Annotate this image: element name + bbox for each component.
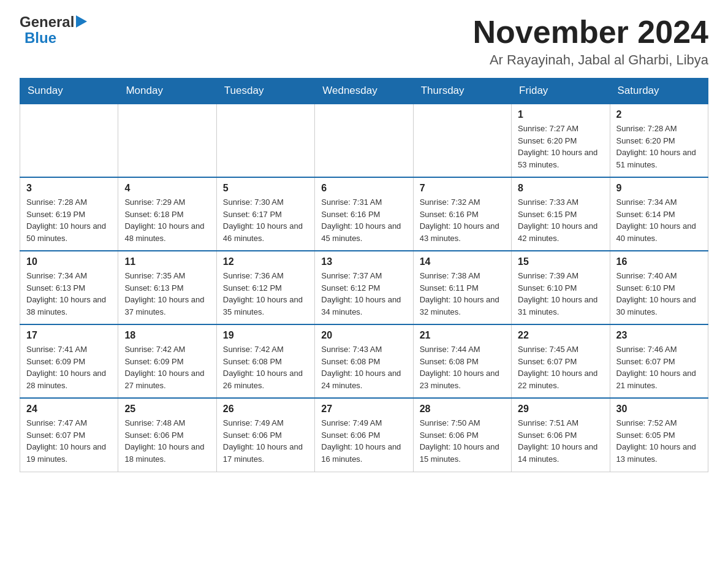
day-number: 26	[223, 404, 308, 415]
calendar-cell: 17Sunrise: 7:41 AMSunset: 6:09 PMDayligh…	[20, 324, 118, 398]
calendar-cell: 27Sunrise: 7:49 AMSunset: 6:06 PMDayligh…	[315, 398, 413, 472]
calendar-table: SundayMondayTuesdayWednesdayThursdayFrid…	[20, 78, 708, 472]
day-number: 5	[223, 183, 308, 194]
day-number: 15	[518, 256, 603, 267]
day-info: Sunrise: 7:42 AMSunset: 6:08 PMDaylight:…	[223, 343, 308, 391]
calendar-cell: 11Sunrise: 7:35 AMSunset: 6:13 PMDayligh…	[118, 251, 216, 324]
day-info: Sunrise: 7:48 AMSunset: 6:06 PMDaylight:…	[124, 417, 210, 465]
title-area: November 2024 Ar Rayayinah, Jabal al Gha…	[473, 15, 708, 68]
day-info: Sunrise: 7:36 AMSunset: 6:12 PMDaylight:…	[223, 270, 308, 318]
day-number: 10	[26, 256, 112, 267]
calendar-cell: 8Sunrise: 7:33 AMSunset: 6:15 PMDaylight…	[512, 177, 610, 251]
week-row-5: 24Sunrise: 7:47 AMSunset: 6:07 PMDayligh…	[20, 398, 708, 472]
week-row-2: 3Sunrise: 7:28 AMSunset: 6:19 PMDaylight…	[20, 177, 708, 251]
calendar-cell: 6Sunrise: 7:31 AMSunset: 6:16 PMDaylight…	[315, 177, 413, 251]
day-number: 11	[124, 256, 210, 267]
day-number: 12	[223, 256, 308, 267]
calendar-cell: 25Sunrise: 7:48 AMSunset: 6:06 PMDayligh…	[118, 398, 216, 472]
logo: General Blue	[20, 15, 87, 47]
calendar-cell: 30Sunrise: 7:52 AMSunset: 6:05 PMDayligh…	[610, 398, 708, 472]
month-title: November 2024	[473, 15, 708, 50]
weekday-header-monday: Monday	[118, 79, 216, 104]
calendar-cell: 29Sunrise: 7:51 AMSunset: 6:06 PMDayligh…	[512, 398, 610, 472]
week-row-4: 17Sunrise: 7:41 AMSunset: 6:09 PMDayligh…	[20, 324, 708, 398]
calendar-cell: 3Sunrise: 7:28 AMSunset: 6:19 PMDaylight…	[20, 177, 118, 251]
calendar-cell: 26Sunrise: 7:49 AMSunset: 6:06 PMDayligh…	[216, 398, 314, 472]
calendar-cell: 19Sunrise: 7:42 AMSunset: 6:08 PMDayligh…	[216, 324, 314, 398]
day-info: Sunrise: 7:29 AMSunset: 6:18 PMDaylight:…	[124, 196, 210, 244]
day-info: Sunrise: 7:50 AMSunset: 6:06 PMDaylight:…	[420, 417, 505, 465]
day-info: Sunrise: 7:28 AMSunset: 6:19 PMDaylight:…	[26, 196, 112, 244]
calendar-cell: 2Sunrise: 7:28 AMSunset: 6:20 PMDaylight…	[610, 104, 708, 177]
day-info: Sunrise: 7:44 AMSunset: 6:08 PMDaylight:…	[420, 343, 505, 391]
calendar-cell: 28Sunrise: 7:50 AMSunset: 6:06 PMDayligh…	[413, 398, 511, 472]
day-info: Sunrise: 7:32 AMSunset: 6:16 PMDaylight:…	[420, 196, 505, 244]
day-info: Sunrise: 7:38 AMSunset: 6:11 PMDaylight:…	[420, 270, 505, 318]
day-number: 18	[124, 330, 210, 341]
day-number: 4	[124, 183, 210, 194]
logo-general-text: General	[20, 15, 74, 29]
calendar-cell: 15Sunrise: 7:39 AMSunset: 6:10 PMDayligh…	[512, 251, 610, 324]
calendar-cell	[20, 104, 118, 177]
day-info: Sunrise: 7:49 AMSunset: 6:06 PMDaylight:…	[321, 417, 406, 465]
week-row-3: 10Sunrise: 7:34 AMSunset: 6:13 PMDayligh…	[20, 251, 708, 324]
logo-blue-text: Blue	[25, 29, 56, 46]
calendar-cell	[118, 104, 216, 177]
day-info: Sunrise: 7:28 AMSunset: 6:20 PMDaylight:…	[616, 123, 702, 170]
calendar-cell: 16Sunrise: 7:40 AMSunset: 6:10 PMDayligh…	[610, 251, 708, 324]
calendar-cell: 4Sunrise: 7:29 AMSunset: 6:18 PMDaylight…	[118, 177, 216, 251]
day-info: Sunrise: 7:35 AMSunset: 6:13 PMDaylight:…	[124, 270, 210, 318]
day-number: 24	[26, 404, 112, 415]
day-number: 29	[518, 404, 603, 415]
day-number: 25	[124, 404, 210, 415]
day-info: Sunrise: 7:40 AMSunset: 6:10 PMDaylight:…	[616, 270, 702, 318]
day-number: 2	[616, 109, 702, 120]
day-info: Sunrise: 7:42 AMSunset: 6:09 PMDaylight:…	[124, 343, 210, 391]
day-info: Sunrise: 7:34 AMSunset: 6:14 PMDaylight:…	[616, 196, 702, 244]
svg-marker-0	[76, 15, 87, 28]
calendar-cell: 5Sunrise: 7:30 AMSunset: 6:17 PMDaylight…	[216, 177, 314, 251]
calendar-cell: 22Sunrise: 7:45 AMSunset: 6:07 PMDayligh…	[512, 324, 610, 398]
day-info: Sunrise: 7:49 AMSunset: 6:06 PMDaylight:…	[223, 417, 308, 465]
day-info: Sunrise: 7:30 AMSunset: 6:17 PMDaylight:…	[223, 196, 308, 244]
day-info: Sunrise: 7:33 AMSunset: 6:15 PMDaylight:…	[518, 196, 603, 244]
calendar-cell: 18Sunrise: 7:42 AMSunset: 6:09 PMDayligh…	[118, 324, 216, 398]
day-number: 17	[26, 330, 112, 341]
calendar-cell: 14Sunrise: 7:38 AMSunset: 6:11 PMDayligh…	[413, 251, 511, 324]
day-info: Sunrise: 7:37 AMSunset: 6:12 PMDaylight:…	[321, 270, 406, 318]
calendar-cell	[315, 104, 413, 177]
calendar-cell	[413, 104, 511, 177]
day-info: Sunrise: 7:51 AMSunset: 6:06 PMDaylight:…	[518, 417, 603, 465]
calendar-cell: 21Sunrise: 7:44 AMSunset: 6:08 PMDayligh…	[413, 324, 511, 398]
calendar-cell: 7Sunrise: 7:32 AMSunset: 6:16 PMDaylight…	[413, 177, 511, 251]
day-number: 21	[420, 330, 505, 341]
calendar-cell: 12Sunrise: 7:36 AMSunset: 6:12 PMDayligh…	[216, 251, 314, 324]
day-info: Sunrise: 7:31 AMSunset: 6:16 PMDaylight:…	[321, 196, 406, 244]
day-number: 23	[616, 330, 702, 341]
calendar-cell: 9Sunrise: 7:34 AMSunset: 6:14 PMDaylight…	[610, 177, 708, 251]
day-number: 9	[616, 183, 702, 194]
day-number: 7	[420, 183, 505, 194]
location-subtitle: Ar Rayayinah, Jabal al Gharbi, Libya	[473, 52, 708, 68]
day-info: Sunrise: 7:43 AMSunset: 6:08 PMDaylight:…	[321, 343, 406, 391]
calendar-cell: 13Sunrise: 7:37 AMSunset: 6:12 PMDayligh…	[315, 251, 413, 324]
calendar-cell: 10Sunrise: 7:34 AMSunset: 6:13 PMDayligh…	[20, 251, 118, 324]
calendar-cell: 20Sunrise: 7:43 AMSunset: 6:08 PMDayligh…	[315, 324, 413, 398]
calendar-cell: 23Sunrise: 7:46 AMSunset: 6:07 PMDayligh…	[610, 324, 708, 398]
day-info: Sunrise: 7:34 AMSunset: 6:13 PMDaylight:…	[26, 270, 112, 318]
day-info: Sunrise: 7:47 AMSunset: 6:07 PMDaylight:…	[26, 417, 112, 465]
weekday-header-friday: Friday	[512, 79, 610, 104]
day-number: 6	[321, 183, 406, 194]
day-info: Sunrise: 7:27 AMSunset: 6:20 PMDaylight:…	[518, 123, 603, 170]
weekday-header-saturday: Saturday	[610, 79, 708, 104]
day-info: Sunrise: 7:39 AMSunset: 6:10 PMDaylight:…	[518, 270, 603, 318]
day-number: 22	[518, 330, 603, 341]
day-info: Sunrise: 7:41 AMSunset: 6:09 PMDaylight:…	[26, 343, 112, 391]
calendar-cell	[216, 104, 314, 177]
day-number: 1	[518, 109, 603, 120]
week-row-1: 1Sunrise: 7:27 AMSunset: 6:20 PMDaylight…	[20, 104, 708, 177]
weekday-header-thursday: Thursday	[413, 79, 511, 104]
day-number: 30	[616, 404, 702, 415]
day-number: 8	[518, 183, 603, 194]
page-header: General Blue November 2024 Ar Rayayinah,…	[20, 15, 708, 68]
